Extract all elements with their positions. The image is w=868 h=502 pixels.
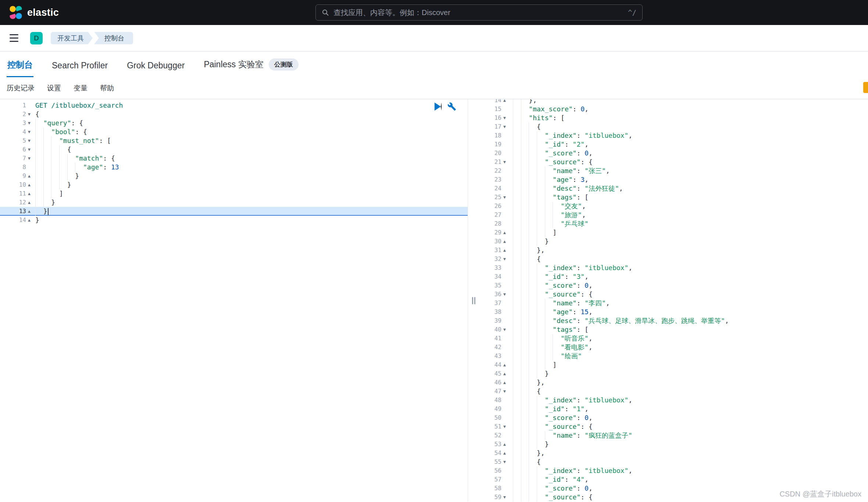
fold-toggle-icon[interactable]: ▲: [501, 99, 508, 105]
gutter: 7▼: [0, 154, 32, 163]
gutter: 41: [479, 334, 508, 343]
gutter: 53▲: [479, 440, 508, 449]
tab-painless-lab[interactable]: Painless 实验室 公测版: [203, 58, 299, 77]
fold-toggle-icon[interactable]: ▼: [501, 114, 508, 122]
fold-toggle-icon[interactable]: ▼: [26, 110, 32, 119]
fold-toggle-icon[interactable]: ▼: [501, 122, 508, 131]
fold-toggle-icon[interactable]: ▼: [501, 290, 508, 299]
tab-console[interactable]: 控制台: [7, 59, 33, 77]
menu-item-help[interactable]: 帮助: [100, 83, 114, 93]
fold-toggle-icon[interactable]: ▲: [26, 180, 32, 189]
code-line: 25▼"tags": [: [479, 193, 868, 202]
code-token: "李四": [585, 299, 606, 308]
code-token: {: [537, 458, 541, 466]
fold-toggle-icon[interactable]: ▲: [501, 361, 508, 369]
fold-toggle-icon[interactable]: ▲: [26, 189, 32, 198]
code-token: ,: [582, 211, 586, 219]
fold-toggle-icon[interactable]: ▼: [501, 493, 508, 502]
code-token: :: [576, 484, 585, 493]
breadcrumb-dev-tools[interactable]: 开发工具: [51, 32, 93, 44]
code-token: :: [576, 466, 585, 475]
fold-toggle-icon[interactable]: ▲: [501, 378, 508, 387]
code-text: }: [32, 198, 55, 207]
fold-toggle-icon[interactable]: ▼: [26, 145, 32, 154]
code-text: "age": 13: [32, 163, 119, 172]
fold-toggle-icon[interactable]: ▲: [501, 237, 508, 246]
fold-toggle-icon[interactable]: ▼: [501, 422, 508, 431]
menu-item-settings[interactable]: 设置: [47, 83, 61, 93]
tab-search-profiler[interactable]: Search Profiler: [51, 61, 108, 77]
line-number: 28: [494, 219, 501, 228]
fold-toggle-icon[interactable]: ▲: [26, 216, 32, 225]
breadcrumb-console[interactable]: 控制台: [94, 32, 133, 44]
line-number: 37: [494, 299, 501, 308]
fold-toggle-icon[interactable]: ▼: [501, 255, 508, 263]
gutter: 8: [0, 163, 32, 172]
line-number: 47: [494, 387, 501, 396]
code-token: ]: [553, 361, 557, 369]
request-editor[interactable]: 1GET /itbluebox/_search2▼{3▼"query": {4▼…: [0, 99, 468, 502]
code-text: }: [32, 216, 39, 225]
fold-toggle-icon[interactable]: ▼: [26, 128, 32, 136]
code-token: :: [576, 166, 585, 175]
fold-toggle-icon[interactable]: ▼: [26, 119, 32, 128]
code-text: "age": 15,: [508, 308, 593, 316]
code-text: "tags": [: [508, 325, 589, 334]
fold-toggle-icon[interactable]: ▼: [26, 154, 32, 163]
code-text: "desc": "兵乓球、足球、滑旱冰、跑步、跳绳、举重等",: [508, 316, 729, 325]
pane-splitter[interactable]: [468, 99, 479, 502]
code-token: : {: [75, 128, 87, 136]
code-token: "match": [75, 154, 103, 163]
code-token: ,: [582, 202, 586, 211]
fold-toggle-icon[interactable]: ▲: [501, 246, 508, 255]
indent-guides: [513, 475, 545, 484]
gutter: 33: [479, 263, 508, 272]
fold-toggle-icon[interactable]: ▼: [501, 158, 508, 166]
code-line: 38"age": 15,: [479, 308, 868, 316]
code-token: ,: [589, 343, 593, 352]
code-text: "hits": [: [508, 114, 565, 122]
code-token: "age": [83, 163, 103, 172]
fold-toggle-icon[interactable]: ▼: [501, 193, 508, 202]
gutter: 39: [479, 316, 508, 325]
code-token: "query": [43, 119, 71, 128]
menu-item-history[interactable]: 历史记录: [7, 83, 35, 93]
space-avatar[interactable]: D: [30, 32, 43, 44]
global-search-input[interactable]: 查找应用、内容等。例如：Discover ^/: [315, 4, 643, 21]
request-settings-button[interactable]: [447, 102, 456, 111]
fold-toggle-icon[interactable]: ▲: [26, 207, 32, 216]
code-token: "_id": [545, 272, 565, 281]
fold-toggle-icon[interactable]: ▲: [26, 198, 32, 207]
line-number: 22: [494, 166, 501, 175]
gutter: 28: [479, 219, 508, 228]
tab-grok-debugger[interactable]: Grok Debugger: [126, 61, 185, 77]
menu-item-variables[interactable]: 变量: [74, 83, 87, 93]
code-text: "_index": "itbluebox",: [508, 466, 632, 475]
fold-toggle-icon[interactable]: ▲: [501, 369, 508, 378]
indent-guides: [513, 211, 561, 219]
fold-toggle-icon[interactable]: ▼: [501, 458, 508, 466]
fold-toggle-icon[interactable]: ▲: [501, 228, 508, 237]
request-actions: [435, 102, 456, 111]
send-request-button[interactable]: [435, 103, 442, 111]
code-line: 6▼{: [0, 145, 468, 154]
console-main: 1GET /itbluebox/_search2▼{3▼"query": {4▼…: [0, 99, 868, 502]
response-viewer[interactable]: 14▲},15"max_score": 0,16▼"hits": [17▼{18…: [479, 99, 868, 502]
code-line: 21▼"_source": {: [479, 158, 868, 166]
fold-toggle-icon[interactable]: ▲: [26, 172, 32, 180]
code-token: 13: [111, 163, 119, 172]
fold-toggle-icon[interactable]: ▲: [501, 440, 508, 449]
code-line: 37"name": "李四",: [479, 299, 868, 308]
indent-guides: [513, 166, 553, 175]
code-token: {: [35, 110, 39, 119]
menu-button[interactable]: [7, 32, 21, 45]
line-number: 45: [494, 369, 501, 378]
watermark: CSDN @蓝盒子itbluebox: [779, 489, 861, 499]
fold-toggle-icon[interactable]: ▲: [501, 449, 508, 458]
fold-toggle-icon[interactable]: ▼: [501, 325, 508, 334]
fold-toggle-icon[interactable]: ▼: [26, 136, 32, 145]
code-line: 4▼"bool": {: [0, 128, 468, 136]
code-token: {: [537, 122, 541, 131]
line-number: 21: [494, 158, 501, 166]
fold-toggle-icon[interactable]: ▼: [501, 387, 508, 396]
